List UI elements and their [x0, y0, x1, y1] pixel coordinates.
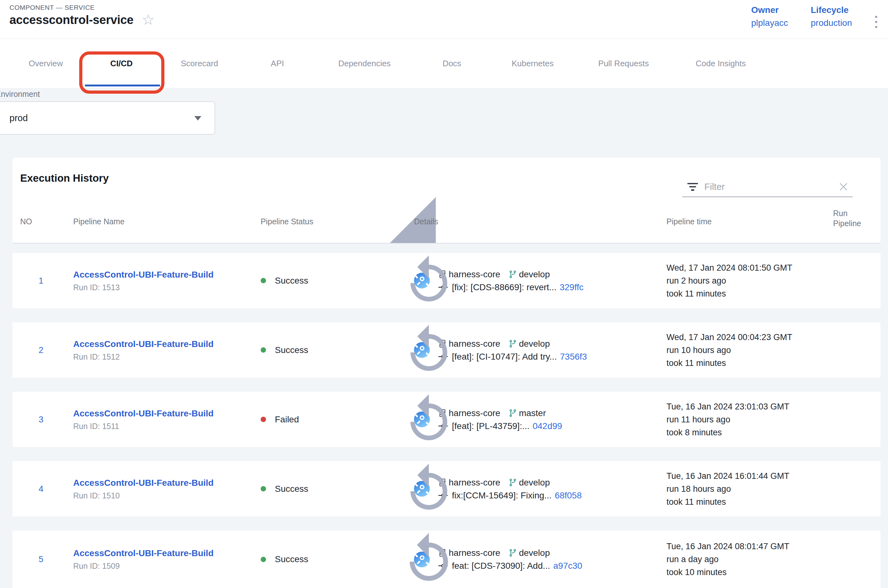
col-header-no: NO	[20, 217, 32, 226]
col-header-details: Details	[414, 217, 438, 226]
entity-tabs: Overview CI/CD Scorecard API Dependencie…	[0, 39, 888, 88]
table-row: 2 AccessControl-UBI-Feature-Build Run ID…	[13, 322, 880, 378]
run-pipeline-icon[interactable]	[0, 322, 863, 378]
col-header-run-pipeline: Run Pipeline	[833, 208, 871, 228]
col-header-pipeline-time: Pipeline time	[667, 217, 712, 226]
entity-kind-label: COMPONENT — SERVICE	[9, 4, 95, 11]
run-pipeline-icon[interactable]	[0, 392, 863, 447]
tab-kubernetes[interactable]: Kubernetes	[512, 39, 554, 88]
lifecycle-value: production	[811, 18, 852, 28]
more-options-kebab-icon[interactable]	[873, 14, 879, 30]
execution-history-rows: 1 AccessControl-UBI-Feature-Build Run ID…	[13, 243, 880, 588]
col-header-pipeline-status: Pipeline Status	[261, 217, 313, 226]
service-page: COMPONENT — SERVICE accesscontrol-servic…	[0, 0, 888, 588]
table-row: 3 AccessControl-UBI-Feature-Build Run ID…	[13, 392, 880, 447]
tab-scorecard[interactable]: Scorecard	[181, 39, 218, 88]
run-pipeline-icon[interactable]	[0, 461, 863, 516]
execution-history-card: Execution History NO Pipeline Name Pipel…	[13, 158, 880, 588]
chevron-down-icon	[194, 116, 201, 120]
run-pipeline-icon[interactable]	[0, 253, 863, 308]
tab-docs[interactable]: Docs	[442, 39, 461, 88]
entity-header: COMPONENT — SERVICE accesscontrol-servic…	[0, 0, 888, 39]
page-title: accesscontrol-service	[9, 13, 134, 27]
tab-pull-requests[interactable]: Pull Requests	[598, 39, 649, 88]
table-row: 1 AccessControl-UBI-Feature-Build Run ID…	[13, 253, 880, 308]
lifecycle-label: Lifecycle	[811, 5, 852, 15]
table-row: 5 AccessControl-UBI-Feature-Build Run ID…	[13, 531, 880, 588]
tab-overview[interactable]: Overview	[29, 39, 63, 88]
environment-label: Environment	[0, 90, 40, 99]
entity-meta: Owner plplayacc Lifecycle production	[751, 5, 852, 28]
col-header-pipeline-name: Pipeline Name	[73, 217, 125, 226]
owner-link[interactable]: plplayacc	[751, 18, 788, 28]
tab-code-insights[interactable]: Code Insights	[696, 39, 746, 88]
run-pipeline-icon[interactable]	[0, 531, 863, 588]
owner-label: Owner	[751, 5, 788, 15]
favorite-star-icon[interactable]: ☆	[142, 12, 155, 27]
environment-selected-value: prod	[9, 113, 28, 123]
annotation-cicd-highlight	[79, 51, 164, 94]
tab-api[interactable]: API	[271, 39, 284, 88]
tab-dependencies[interactable]: Dependencies	[338, 39, 391, 88]
environment-select[interactable]: prod	[0, 101, 215, 135]
table-row: 4 AccessControl-UBI-Feature-Build Run ID…	[13, 461, 880, 516]
